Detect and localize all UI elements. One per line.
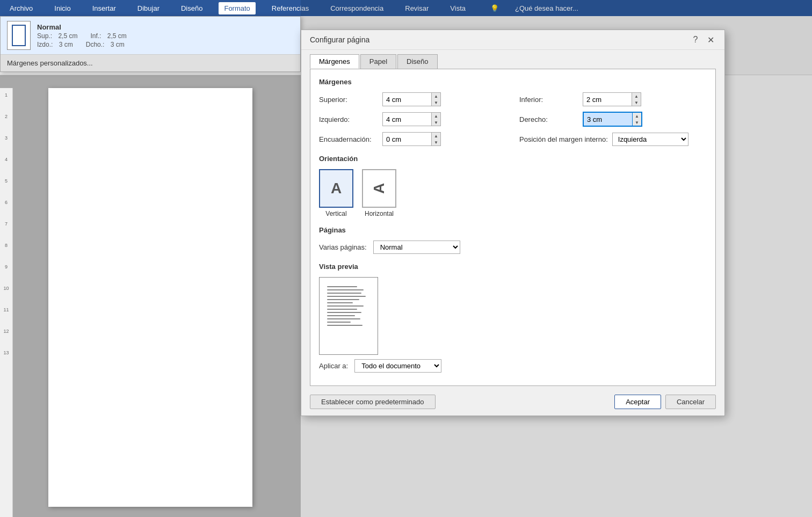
horizontal-A: A xyxy=(372,183,387,194)
inferior-row: Inferior: ▲ ▼ xyxy=(519,92,707,106)
izquierdo-spinner: ▲ ▼ xyxy=(431,113,440,126)
dialog-footer: Establecer como predeterminado Aceptar C… xyxy=(301,390,724,416)
margin-preset-name: Normal xyxy=(37,23,294,31)
sup-value: 2,5 cm xyxy=(58,32,77,40)
izquierdo-down[interactable]: ▼ xyxy=(432,119,440,126)
inferior-spinner: ▲ ▼ xyxy=(632,93,641,106)
preview-line xyxy=(327,322,351,323)
margin-preset-details-2: Izdo.: 3 cm Dcho.: 3 cm xyxy=(37,41,294,48)
inferior-input[interactable] xyxy=(583,94,632,105)
preview-line xyxy=(327,325,363,326)
dialog-controls: ? ✕ xyxy=(690,34,716,45)
izquierdo-input-wrap: ▲ ▼ xyxy=(382,112,441,126)
tab-diseno[interactable]: Diseño xyxy=(176,2,208,14)
izquierdo-input[interactable] xyxy=(383,114,431,125)
inf-value: 2,5 cm xyxy=(107,32,127,40)
document-area: 1 2 3 4 5 6 7 8 9 10 11 12 13 xyxy=(0,75,301,517)
margin-preset-icon xyxy=(7,21,31,50)
orientation-section: Orientación A Vertical A Horizontal xyxy=(319,155,707,217)
cancel-button[interactable]: Cancelar xyxy=(665,395,716,409)
encuadernacion-up[interactable]: ▲ xyxy=(432,133,440,139)
posicion-margen-wrap: Izquierda Arriba xyxy=(612,133,688,146)
vertical-icon: A xyxy=(319,169,353,208)
tab-margenes[interactable]: Márgenes xyxy=(310,54,359,69)
orientation-vertical[interactable]: A Vertical xyxy=(319,169,353,217)
dialog-titlebar: Configurar página ? ✕ xyxy=(301,30,724,50)
preview-line xyxy=(327,318,360,319)
footer-right: Aceptar Cancelar xyxy=(614,395,716,409)
posicion-margen-row: Posición del margen interno: Izquierda A… xyxy=(519,132,707,146)
superior-row: Superior: ▲ ▼ xyxy=(319,92,506,106)
inferior-input-wrap: ▲ ▼ xyxy=(583,92,641,106)
dialog-body: Márgenes Superior: ▲ ▼ Inferior: xyxy=(310,69,716,386)
tab-archivo[interactable]: Archivo xyxy=(4,2,38,14)
superior-down[interactable]: ▼ xyxy=(432,99,440,106)
ruler-marks: 1 2 3 4 5 6 7 8 9 10 11 12 13 xyxy=(0,88,12,355)
izquierdo-row: Izquierdo: ▲ ▼ xyxy=(319,112,506,127)
posicion-margen-select[interactable]: Izquierda Arriba xyxy=(613,133,688,145)
pages-section-title: Páginas xyxy=(319,226,707,234)
izdo-value: 3 cm xyxy=(59,41,73,48)
sup-label: Sup.: xyxy=(37,32,52,40)
apply-row: Aplicar a: Todo el documento De aquí en … xyxy=(319,359,707,373)
orientation-title: Orientación xyxy=(319,155,707,163)
derecho-down[interactable]: ▼ xyxy=(633,119,641,126)
orientation-horizontal[interactable]: A Horizontal xyxy=(362,169,396,217)
dcho-label: Dcho.: xyxy=(86,41,105,48)
apply-select[interactable]: Todo el documento De aquí en adelante xyxy=(355,360,441,372)
tab-diseno-dialog[interactable]: Diseño xyxy=(397,54,437,69)
pages-section: Páginas Varias páginas: Normal Márgenes … xyxy=(319,226,707,254)
posicion-margen-label: Posición del margen interno: xyxy=(519,135,608,143)
margin-preset-dropdown: Normal Sup.: 2,5 cm Inf.: 2,5 cm Izdo.: … xyxy=(0,16,301,72)
custom-margin-button[interactable]: Márgenes personalizados... xyxy=(1,54,300,71)
dialog-help-button[interactable]: ? xyxy=(690,34,701,45)
encuadernacion-input-wrap: ▲ ▼ xyxy=(382,132,441,146)
inferior-label: Inferior: xyxy=(519,96,578,104)
pages-select-wrap: Normal Márgenes simétricos 2 páginas por… xyxy=(373,241,460,254)
accept-button[interactable]: Aceptar xyxy=(614,395,661,409)
vertical-label: Vertical xyxy=(325,210,346,217)
izquierdo-up[interactable]: ▲ xyxy=(432,113,440,119)
dcho-value: 3 cm xyxy=(111,41,125,48)
vertical-ruler: 1 2 3 4 5 6 7 8 9 10 11 12 13 xyxy=(0,88,13,517)
superior-spinner: ▲ ▼ xyxy=(431,93,440,106)
apply-label: Aplicar a: xyxy=(319,362,348,370)
derecho-up[interactable]: ▲ xyxy=(633,113,641,119)
horizontal-label: Horizontal xyxy=(365,210,394,217)
derecho-spinner: ▲ ▼ xyxy=(632,113,641,126)
set-default-button[interactable]: Establecer como predeterminado xyxy=(310,395,436,409)
encuadernacion-down[interactable]: ▼ xyxy=(432,139,440,145)
preview-line xyxy=(327,312,361,313)
preview-section: Vista previa xyxy=(319,263,707,373)
superior-input[interactable] xyxy=(383,94,431,105)
varias-paginas-label: Varias páginas: xyxy=(319,243,367,251)
pages-row: Varias páginas: Normal Márgenes simétric… xyxy=(319,241,707,254)
tab-inicio[interactable]: Inicio xyxy=(49,2,76,14)
preview-line xyxy=(327,305,364,307)
margin-icon-inner xyxy=(12,25,26,46)
derecho-input-wrap: ▲ ▼ xyxy=(583,112,642,127)
margin-preset-normal[interactable]: Normal Sup.: 2,5 cm Inf.: 2,5 cm Izdo.: … xyxy=(1,17,300,54)
inferior-down[interactable]: ▼ xyxy=(632,99,641,106)
preview-line xyxy=(327,299,359,300)
superior-input-wrap: ▲ ▼ xyxy=(382,92,441,106)
tab-dibujar[interactable]: Dibujar xyxy=(132,2,165,14)
superior-label: Superior: xyxy=(319,96,378,104)
izdo-label: Izdo.: xyxy=(37,41,53,48)
inferior-up[interactable]: ▲ xyxy=(632,93,641,99)
tab-insertar[interactable]: Insertar xyxy=(87,2,121,14)
derecho-input[interactable] xyxy=(584,114,632,125)
varias-paginas-select[interactable]: Normal Márgenes simétricos 2 páginas por… xyxy=(374,241,460,253)
preview-title: Vista previa xyxy=(319,263,707,271)
preview-line xyxy=(327,302,353,303)
dialog-overlay: Configurar página ? ✕ Márgenes Papel Dis… xyxy=(301,0,812,517)
encuadernacion-input[interactable] xyxy=(383,134,431,144)
encuadernacion-spinner: ▲ ▼ xyxy=(431,133,440,145)
footer-left: Establecer como predeterminado xyxy=(310,395,436,409)
superior-up[interactable]: ▲ xyxy=(432,93,440,99)
derecho-row: Derecho: ▲ ▼ xyxy=(519,112,707,127)
izquierdo-label: Izquierdo: xyxy=(319,115,378,123)
tab-papel[interactable]: Papel xyxy=(360,54,396,69)
dialog-close-button[interactable]: ✕ xyxy=(705,34,716,45)
tab-formato[interactable]: Formato xyxy=(219,2,255,14)
